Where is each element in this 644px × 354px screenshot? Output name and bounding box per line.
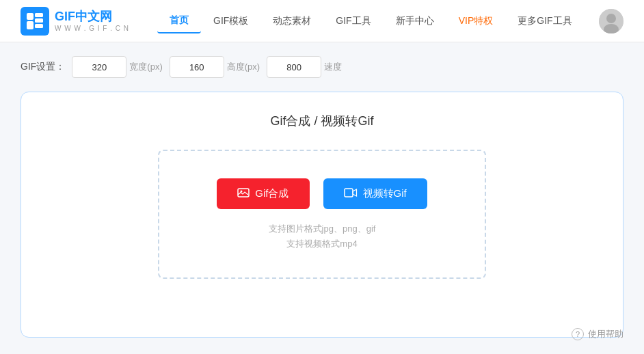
- height-unit: 高度(px): [227, 61, 260, 73]
- video-gif-button[interactable]: 视频转Gif: [323, 178, 427, 209]
- video-icon: [344, 187, 358, 201]
- upload-hints: 支持图片格式jpg、png、gif 支持视频格式mp4: [269, 223, 376, 250]
- nav-item-assets[interactable]: 动态素材: [260, 10, 323, 33]
- gif-compose-label: Gif合成: [255, 187, 289, 200]
- image-icon: [237, 187, 250, 201]
- header: GIF中文网 W W W . G I F . C N 首页 GIF模板 动态素材…: [0, 0, 644, 42]
- nav-item-home[interactable]: 首页: [157, 9, 201, 33]
- logo-icon: [21, 7, 49, 36]
- width-unit: 宽度(px): [129, 61, 162, 73]
- width-input[interactable]: [72, 56, 126, 78]
- logo-subtitle: W W W . G I F . C N: [55, 25, 129, 32]
- logo-text: GIF中文网 W W W . G I F . C N: [55, 10, 129, 32]
- svg-rect-2: [35, 18, 43, 23]
- nav-item-tools[interactable]: GIF工具: [323, 10, 383, 33]
- speed-group: 速度: [267, 56, 342, 78]
- svg-rect-0: [27, 13, 33, 20]
- height-group: 高度(px): [170, 56, 260, 78]
- hint-video-formats: 支持视频格式mp4: [286, 238, 357, 250]
- gif-settings-bar: GIF设置： 宽度(px) 高度(px) 速度: [21, 56, 623, 78]
- speed-input[interactable]: [267, 56, 321, 78]
- svg-rect-3: [27, 21, 33, 29]
- video-gif-label: 视频转Gif: [363, 187, 407, 200]
- card-title: Gif合成 / 视频转Gif: [270, 113, 373, 129]
- help-button[interactable]: ? 使用帮助: [572, 328, 623, 340]
- upload-buttons: Gif合成 视频转Gif: [217, 178, 427, 209]
- width-group: 宽度(px): [72, 56, 162, 78]
- nav-item-templates[interactable]: GIF模板: [201, 10, 260, 33]
- hint-image-formats: 支持图片格式jpg、png、gif: [269, 223, 376, 235]
- height-input[interactable]: [170, 56, 224, 78]
- gif-compose-button[interactable]: Gif合成: [217, 178, 309, 209]
- upload-card: Gif合成 / 视频转Gif Gif合成: [21, 92, 623, 338]
- avatar[interactable]: [599, 9, 623, 33]
- svg-rect-8: [238, 189, 249, 197]
- nav-item-vip[interactable]: VIP特权: [446, 10, 506, 33]
- logo: GIF中文网 W W W . G I F . C N: [21, 7, 130, 36]
- help-label: 使用帮助: [588, 328, 623, 340]
- logo-title: GIF中文网: [55, 10, 129, 25]
- header-right: [599, 9, 623, 33]
- svg-rect-1: [35, 13, 43, 17]
- nav-item-more-tools[interactable]: 更多GIF工具: [505, 10, 584, 33]
- svg-point-6: [606, 14, 616, 23]
- help-icon: ?: [572, 328, 584, 340]
- upload-zone: Gif合成 视频转Gif 支持图片格式jpg、png、gif 支持视频格式mp4: [158, 150, 486, 279]
- main-content: GIF设置： 宽度(px) 高度(px) 速度 Gif合成 / 视频转Gif: [0, 42, 644, 354]
- svg-rect-10: [345, 189, 353, 197]
- svg-rect-4: [35, 24, 43, 28]
- main-nav: 首页 GIF模板 动态素材 GIF工具 新手中心 VIP特权 更多GIF工具: [157, 9, 599, 33]
- speed-unit: 速度: [324, 61, 342, 73]
- nav-item-beginner[interactable]: 新手中心: [384, 10, 446, 33]
- gif-settings-label: GIF设置：: [21, 61, 65, 73]
